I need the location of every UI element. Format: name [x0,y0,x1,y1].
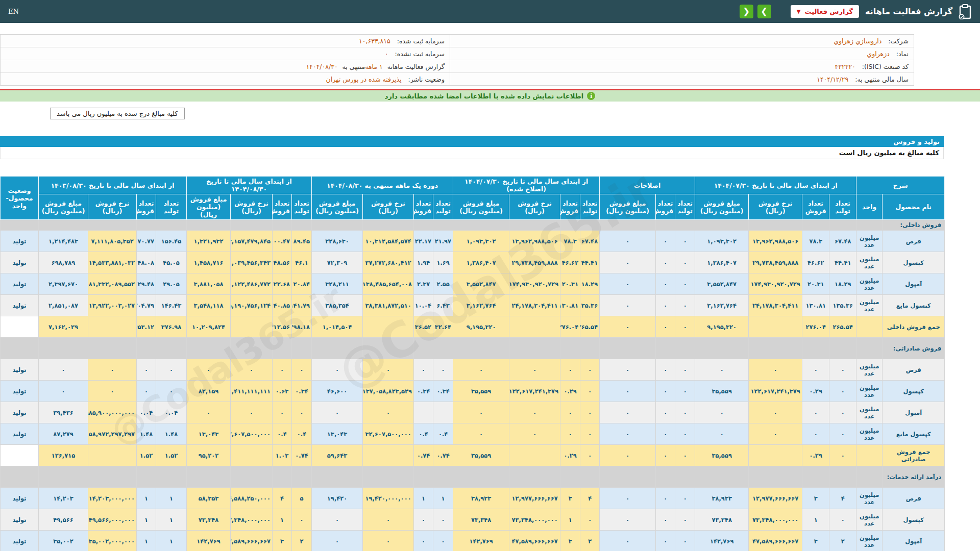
table-cell: ۳ [560,488,580,509]
table-cell: ۱ [137,488,156,509]
table-cell: ۱۸.۲۹ [580,273,600,295]
info-value: ۱۴۰۴/۰۸/۳۰ [306,63,338,70]
column-group-header: دوره یک ماهه منتهی به ۱۴۰۴/۰۸/۳۰ [312,177,453,194]
table-cell: ۰ [749,402,802,423]
table-cell [560,220,580,231]
column-header: مبلغ فروش (میلیون ریال) [695,194,749,220]
signed-data-notice: i اطلاعات نمایش داده شده با اطلاعات امضا… [0,89,980,102]
table-cell: ۶.۴۳ [433,295,453,316]
column-header: تعداد فروش [802,194,829,220]
table-cell [600,338,656,359]
table-cell [560,466,580,488]
table-cell: ۲۷۶.۰۴ [802,316,829,338]
table-cell: ۰ [580,423,600,445]
table-cell: ۰ [829,509,856,531]
signed-data-notice-text: اطلاعات نمایش داده شده با اطلاعات امضا ش… [385,92,584,100]
table-cell: ۰ [88,359,137,381]
product-name-cell: آمپول [883,531,945,551]
table-cell: ۱۵۶.۴۵ [156,231,187,252]
previous-report-button[interactable]: ❮ [740,5,753,18]
table-cell: ۳۰,۰۳۹,۴۵۶,۳۴۳ [231,252,273,273]
table-cell: ۲۹.۴۸ [137,273,156,295]
table-cell: ۴۹,۵۶۶,۰۰۰,۰۰۰ [88,509,137,531]
table-cell: ۱۹,۴۲۰ [312,488,363,509]
report-type-dropdown[interactable]: گزارش فعالیت ▼ [791,5,859,18]
table-cell: ۱ [273,509,292,531]
product-name-cell: آمپول [883,402,945,423]
column-header: مبلغ فروش (میلیون ریال) [600,194,656,220]
table-cell: ۰ [363,531,414,551]
table-cell: ۳۸,۹۳۳ [695,488,749,509]
table-cell [156,466,187,488]
table-cell: ۲۰.۸۴ [292,273,312,295]
table-cell: ۴۶.۶۲ [560,252,580,273]
table-cell [88,338,137,359]
table-cell: ۴ [580,488,600,509]
info-value: پذیرفته شده در بورس تهران [326,76,402,83]
table-cell [1,220,39,231]
table-cell: ۹,۱۹۵,۳۲۰ [695,316,749,338]
table-cell: ۰.۴ [433,423,453,445]
table-row: قرصمیلیون عدد۶۷.۴۸۷۸.۳۱۳,۹۶۲,۹۸۸,۵۰۶۱,۰۹… [1,231,945,252]
table-cell [273,466,292,488]
table-cell: ۰ [600,402,656,423]
table-cell: ۰ [600,445,656,466]
table-cell: ۱۷۴,۹۳۰,۹۲۰,۷۲۹ [509,273,560,295]
table-cell: ۴ [273,488,292,509]
table-cell [856,466,883,488]
table-cell: ۰ [433,359,453,381]
status-cell: تولید [1,423,39,445]
table-cell: ۱۳۵.۳۶ [829,295,856,316]
report-nav-buttons: ❯ ❮ [740,5,771,18]
report-table-wrap: @Codal365.ir @Codal365.ir شرحاز ابتدای س… [0,176,962,551]
table-cell: ۱۴,۵۸۸,۲۵۰,۰۰۰ [231,488,273,509]
product-name-cell: کپسول مایع [883,423,945,445]
table-cell: ۰.۳۴ [433,381,453,402]
next-report-button[interactable]: ❯ [757,5,771,18]
unit-cell: میلیون عدد [856,231,883,252]
status-cell [1,316,39,338]
product-name-cell: قرص [883,231,945,252]
info-value: ۱۰,۶۳۳,۸۱۵ [359,37,390,45]
table-cell: ۰ [675,359,695,381]
table-cell: ۲۱.۹۷ [433,231,453,252]
table-cell: ۱,۳۸۶,۴۰۷ [695,252,749,273]
table-cell [363,466,414,488]
table-cell: ۱ [560,509,580,531]
table-cell [802,338,829,359]
table-cell [1,466,39,488]
table-cell: ۰ [414,509,433,531]
top-bar: گزارش فعالیت ماهانه گزارش فعالیت ▼ ❯ ❮ E… [0,0,980,23]
info-cell: گزارش فعالیت ماهانه ۱ ماههمنتهی به ۱۴۰۴/… [1,60,450,72]
table-cell: ۱۳۰.۸۱ [802,295,829,316]
column-header: تعداد فروش [656,194,675,220]
table-cell: ۳۲,۶۰۷,۵۰۰,۰۰۰ [363,423,414,445]
table-cell: ۷۳,۳۴۸,۰۰۰,۰۰۰ [749,509,802,531]
section-label: فروش داخلی: [883,220,945,231]
table-cell: ۲۲.۱۷ [414,231,433,252]
table-cell: ۳,۵۵۲,۸۴۷ [453,273,509,295]
table-units-note: کلیه مبالغ به میلیون ریال است [0,147,944,159]
table-cell [88,445,137,466]
table-cell: ۰.۲۹ [802,445,829,466]
table-cell [675,466,695,488]
table-row: فروش صادراتی: [1,338,945,359]
table-cell: ۱۳۰.۸۱ [560,295,580,316]
info-row: سال مالی منتهی به: ۱۴۰۴/۱۲/۲۹وضعیت ناشر:… [1,73,914,85]
table-cell: ۳۸,۳۸۱,۸۷۲,۵۱۰ [363,295,414,316]
table-cell: ۰.۷۴ [414,445,433,466]
info-label: کد صنعت (ISIC): [858,63,909,70]
table-cell [414,466,433,488]
language-toggle[interactable]: EN [8,8,19,15]
table-cell: ۲۶۵.۵۴ [580,316,600,338]
table-cell: ۰ [580,359,600,381]
total-row-label: جمع فروش صادراتی [883,445,945,466]
section-header-production-sales: تولید و فروش [0,136,944,147]
info-value: دزهراوي [867,50,889,58]
table-row: جمع فروش صادراتی۰۰.۲۹۳۵,۵۵۹۰۰۰۰۰.۲۹۳۵,۵۵… [1,445,945,466]
table-cell: ۰ [580,402,600,423]
table-cell: ۳۲۸,۲۱۱ [312,273,363,295]
table-cell: ۰ [695,402,749,423]
column-header: مبلغ فروش (میلیون ریال) [187,194,231,220]
table-cell [414,220,433,231]
